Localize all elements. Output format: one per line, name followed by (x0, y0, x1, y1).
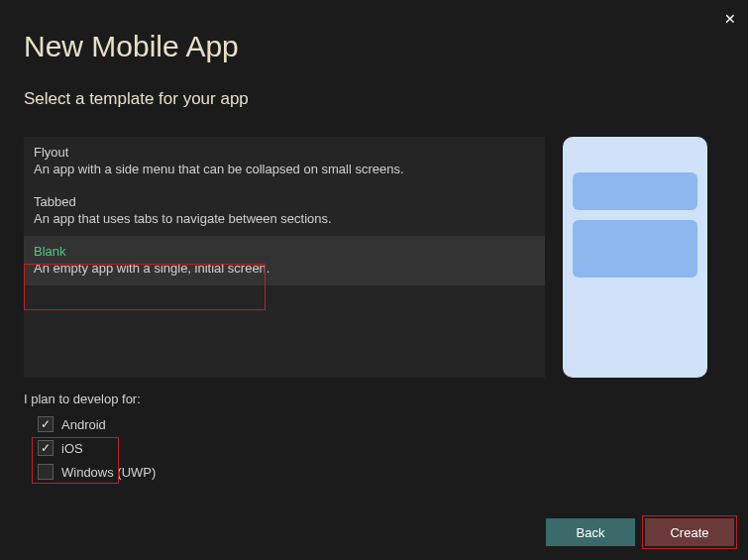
preview-block (573, 220, 697, 278)
template-item-blank[interactable]: Blank An empty app with a single, initia… (24, 236, 545, 285)
template-item-flyout[interactable]: Flyout An app with a side menu that can … (24, 137, 545, 186)
template-desc: An empty app with a single, initial scre… (34, 261, 535, 276)
develop-for-label: I plan to develop for: (24, 392, 724, 406)
platform-label: iOS (61, 441, 83, 456)
template-list: Flyout An app with a side menu that can … (24, 137, 545, 378)
platform-label: Windows (UWP) (61, 465, 156, 480)
preview-block (573, 172, 697, 210)
checkbox-icon (38, 440, 53, 456)
template-name: Flyout (34, 145, 535, 160)
dialog-title: New Mobile App (24, 30, 724, 63)
template-name: Tabbed (34, 194, 535, 209)
dialog-subtitle: Select a template for your app (24, 89, 724, 109)
dialog-footer: Back Create (546, 518, 734, 546)
back-button[interactable]: Back (546, 518, 635, 546)
checkbox-icon (38, 464, 53, 480)
template-preview (563, 137, 707, 378)
close-icon[interactable]: ✕ (724, 12, 736, 26)
platform-android[interactable]: Android (24, 412, 724, 436)
create-button[interactable]: Create (645, 518, 734, 546)
template-item-tabbed[interactable]: Tabbed An app that uses tabs to navigate… (24, 186, 545, 236)
checkbox-icon (38, 416, 53, 432)
platform-label: Android (61, 417, 106, 432)
template-name: Blank (34, 244, 535, 259)
template-desc: An app that uses tabs to navigate betwee… (34, 211, 535, 226)
template-desc: An app with a side menu that can be coll… (34, 162, 535, 176)
platform-ios[interactable]: iOS (24, 436, 724, 460)
platform-windows[interactable]: Windows (UWP) (24, 460, 724, 484)
